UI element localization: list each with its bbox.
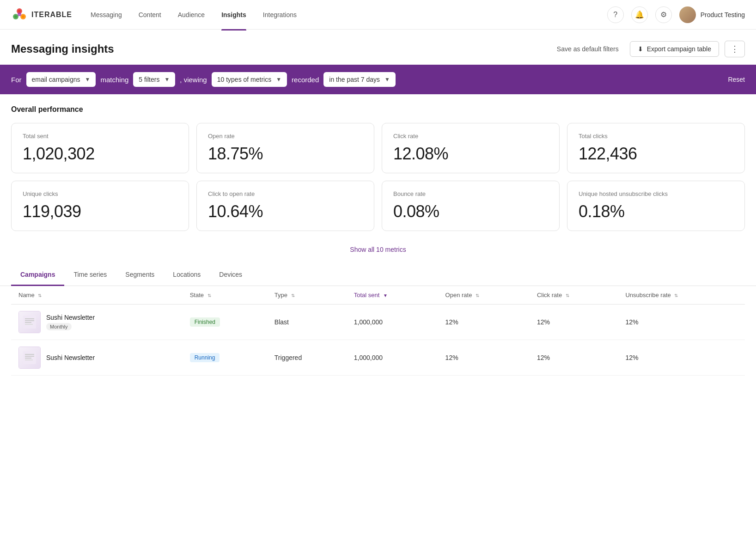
- tab-devices[interactable]: Devices: [210, 264, 251, 286]
- help-button[interactable]: ?: [607, 6, 624, 23]
- col-state[interactable]: State ⇅: [183, 286, 267, 304]
- row-2-campaign-name: Sushi Newsletter: [46, 354, 95, 361]
- row-2-unsubscribe-rate: 12%: [618, 340, 745, 376]
- notifications-button[interactable]: 🔔: [631, 6, 648, 23]
- col-type[interactable]: Type ⇅: [267, 286, 347, 304]
- nav-content[interactable]: Content: [139, 9, 161, 20]
- campaign-type-dropdown[interactable]: email campaigns ▼: [26, 72, 96, 87]
- save-default-filters-button[interactable]: Save as default filters: [551, 42, 624, 56]
- row-1-type: Blast: [267, 304, 347, 340]
- campaigns-table-section: Name ⇅ State ⇅ Type ⇅ Total sent ▼ Open …: [0, 286, 756, 376]
- svg-point-5: [14, 15, 17, 18]
- svg-rect-8: [25, 318, 34, 319]
- for-label: For: [11, 76, 22, 84]
- reset-button[interactable]: Reset: [728, 76, 745, 83]
- metric-open-rate-label: Open rate: [208, 133, 363, 140]
- svg-rect-14: [25, 356, 34, 357]
- metric-unique-clicks-value: 119,039: [23, 202, 177, 221]
- tab-segments[interactable]: Segments: [116, 264, 164, 286]
- row-1-campaign-tag: Monthly: [46, 323, 72, 330]
- settings-button[interactable]: ⚙: [655, 6, 672, 23]
- row-1-status: Finished: [183, 304, 267, 340]
- nav-audience[interactable]: Audience: [178, 9, 205, 20]
- svg-rect-11: [25, 324, 33, 325]
- viewing-label: , viewing: [180, 76, 207, 84]
- row-2-status-badge: Running: [190, 353, 220, 362]
- metrics-grid-top: Total sent 1,020,302 Open rate 18.75% Cl…: [11, 123, 745, 173]
- logo[interactable]: ITERABLE: [11, 6, 72, 23]
- metric-unique-clicks: Unique clicks 119,039: [11, 181, 189, 231]
- sort-open-rate-icon: ⇅: [476, 293, 479, 298]
- tab-time-series[interactable]: Time series: [64, 264, 116, 286]
- logo-text: ITERABLE: [31, 11, 72, 19]
- filters-dropdown[interactable]: 5 filters ▼: [133, 72, 175, 87]
- metric-total-clicks: Total clicks 122,436: [567, 123, 745, 173]
- table-row: Sushi Newsletter Monthly Finished Blast …: [11, 304, 745, 340]
- row-1-click-rate: 12%: [530, 304, 618, 340]
- metric-unique-clicks-label: Unique clicks: [23, 190, 177, 197]
- recorded-label: recorded: [292, 76, 319, 84]
- more-options-button[interactable]: ⋮: [725, 41, 745, 57]
- page-header: Messaging insights Save as default filte…: [0, 30, 756, 65]
- metric-total-sent-value: 1,020,302: [23, 144, 177, 164]
- performance-section: Overall performance Total sent 1,020,302…: [0, 94, 756, 261]
- row-2-total-sent: 1,000,000: [347, 340, 438, 376]
- row-2-type: Triggered: [267, 340, 347, 376]
- table-body: Sushi Newsletter Monthly Finished Blast …: [11, 304, 745, 376]
- row-1-campaign-name: Sushi Newsletter: [46, 314, 95, 321]
- metric-unsubscribe-clicks: Unique hosted unsubscribe clicks 0.18%: [567, 181, 745, 231]
- nav-insights[interactable]: Insights: [221, 9, 246, 20]
- metric-click-rate-label: Click rate: [393, 133, 548, 140]
- row-1-open-rate: 12%: [438, 304, 530, 340]
- row-1-unsubscribe-rate: 12%: [618, 304, 745, 340]
- metrics-grid-bottom: Unique clicks 119,039 Click to open rate…: [11, 181, 745, 231]
- navbar: ITERABLE Messaging Content Audience Insi…: [0, 0, 756, 30]
- avatar: [679, 6, 696, 23]
- metric-unsubscribe-clicks-value: 0.18%: [579, 202, 733, 221]
- tabs: Campaigns Time series Segments Locations…: [11, 264, 745, 286]
- header-actions: Save as default filters ⬇ Export campaig…: [551, 41, 745, 57]
- matching-label: matching: [100, 76, 128, 84]
- metrics-dropdown[interactable]: 10 types of metrics ▼: [212, 72, 287, 87]
- tab-campaigns[interactable]: Campaigns: [11, 264, 64, 286]
- svg-point-6: [18, 12, 21, 16]
- col-total-sent[interactable]: Total sent ▼: [347, 286, 438, 304]
- date-dropdown[interactable]: in the past 7 days ▼: [323, 72, 396, 87]
- show-all-metrics[interactable]: Show all 10 metrics: [11, 238, 745, 261]
- sort-unsubscribe-icon: ⇅: [674, 293, 678, 298]
- sort-state-icon: ⇅: [207, 293, 211, 298]
- svg-rect-10: [25, 322, 31, 323]
- campaigns-table: Name ⇅ State ⇅ Type ⇅ Total sent ▼ Open …: [11, 286, 745, 376]
- metric-click-rate: Click rate 12.08%: [382, 123, 560, 173]
- nav-integrations[interactable]: Integrations: [263, 9, 297, 20]
- col-click-rate[interactable]: Click rate ⇅: [530, 286, 618, 304]
- user-menu[interactable]: Product Testing: [679, 6, 745, 23]
- nav-messaging[interactable]: Messaging: [91, 9, 122, 20]
- col-name[interactable]: Name ⇅: [11, 286, 183, 304]
- svg-point-4: [22, 15, 24, 18]
- nav-links: Messaging Content Audience Insights Inte…: [91, 9, 607, 20]
- table-row: Sushi Newsletter Running Triggered 1,000…: [11, 340, 745, 376]
- tabs-section: Campaigns Time series Segments Locations…: [0, 264, 756, 286]
- sort-total-sent-icon: ▼: [383, 293, 388, 298]
- col-unsubscribe-rate[interactable]: Unsubscribe rate ⇅: [618, 286, 745, 304]
- metric-total-clicks-label: Total clicks: [579, 133, 733, 140]
- row-2-click-rate: 12%: [530, 340, 618, 376]
- campaign-type-chevron-icon: ▼: [85, 76, 91, 83]
- sort-type-icon: ⇅: [291, 293, 295, 298]
- col-open-rate[interactable]: Open rate ⇅: [438, 286, 530, 304]
- row-1-total-sent: 1,000,000: [347, 304, 438, 340]
- metric-total-clicks-value: 122,436: [579, 144, 733, 164]
- metric-click-to-open-label: Click to open rate: [208, 190, 363, 197]
- svg-rect-13: [25, 354, 34, 355]
- svg-rect-9: [25, 320, 34, 321]
- date-chevron-icon: ▼: [384, 76, 390, 83]
- sort-click-rate-icon: ⇅: [566, 293, 569, 298]
- filters-chevron-icon: ▼: [164, 76, 170, 83]
- export-campaign-table-button[interactable]: ⬇ Export campaign table: [630, 41, 719, 57]
- tab-locations[interactable]: Locations: [164, 264, 210, 286]
- metric-click-to-open: Click to open rate 10.64%: [196, 181, 374, 231]
- metric-bounce-rate-value: 0.08%: [393, 202, 548, 221]
- show-all-link[interactable]: Show all 10 metrics: [350, 246, 406, 253]
- user-name: Product Testing: [701, 11, 745, 18]
